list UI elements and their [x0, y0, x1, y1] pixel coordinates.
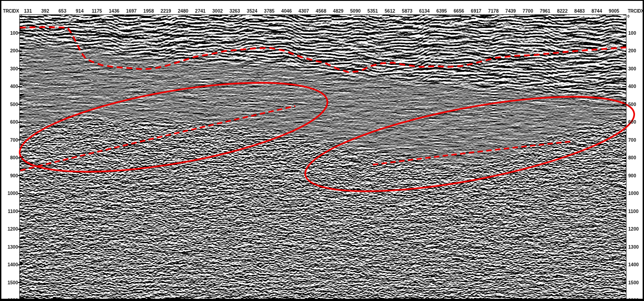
trace-tick-label: 5351: [367, 9, 378, 14]
trace-tick-label: 1958: [143, 9, 154, 14]
time-tick-label-left: 1400: [0, 262, 18, 267]
time-tick-left: [18, 32, 22, 33]
seismic-section-viewer: { "axes": { "top": { "title_left": "TRCI…: [0, 0, 644, 301]
time-tick-label-left: 800: [0, 155, 18, 160]
trace-tick-label: 1436: [109, 9, 119, 14]
trace-tick-label: 392: [41, 9, 50, 14]
time-tick-left: [18, 175, 22, 176]
trace-tick-label: 3524: [247, 9, 257, 14]
trace-tick-label: 1175: [92, 9, 102, 14]
trace-tick-label: 2219: [160, 9, 171, 14]
time-tick-label-right: 1300: [628, 245, 639, 250]
trace-tick-label: 7178: [488, 9, 498, 14]
time-tick-label-left: 300: [0, 66, 18, 71]
trace-tick-label: 131: [24, 9, 32, 14]
time-tick-right: [622, 246, 626, 247]
time-tick-left: [18, 86, 22, 87]
time-tick-left: [18, 139, 22, 140]
time-tick-label-right: 800: [628, 155, 636, 160]
time-tick-label-right: 1500: [628, 280, 639, 285]
time-tick-right: [622, 104, 626, 105]
plot-border: [19, 14, 626, 301]
trace-tick-label: 6134: [419, 9, 429, 14]
time-tick-right: [622, 175, 626, 176]
time-tick-left: [18, 104, 22, 105]
time-tick-right: [622, 157, 626, 158]
time-tick-left: [18, 68, 22, 69]
time-tick-right: [622, 229, 626, 230]
time-tick-left: [18, 282, 22, 283]
trace-tick-label: 7439: [505, 9, 516, 14]
time-tick-left: [18, 193, 22, 194]
time-tick-left: [18, 300, 22, 301]
trace-tick-label: 3002: [212, 9, 223, 14]
time-tick-label-left: 1500: [0, 280, 18, 285]
time-tick-label-right: 1000: [628, 191, 639, 196]
time-tick-left: [18, 122, 22, 123]
time-tick-label-left: 1000: [0, 191, 18, 196]
time-tick-label-left: 200: [0, 48, 18, 53]
time-tick-right: [622, 32, 626, 33]
time-tick-label-left: 600: [0, 120, 18, 125]
trace-tick-label: 2741: [195, 9, 206, 14]
time-tick-label-right: 600: [628, 120, 636, 125]
time-tick-right: [622, 264, 626, 265]
trace-tick-label: 3785: [264, 9, 274, 14]
time-tick-right: [622, 211, 626, 212]
trace-tick-label: 8744: [592, 9, 602, 14]
trace-tick-label: 5612: [385, 9, 395, 14]
time-tick-label-right: 1400: [628, 262, 639, 267]
time-tick-label-left: 400: [0, 84, 18, 89]
time-tick-label-left: 100: [0, 31, 18, 36]
time-tick-left: [18, 51, 22, 51]
trace-tick-label: 6656: [454, 9, 464, 14]
time-tick-right: [622, 282, 626, 283]
time-tick-label-right: 1100: [628, 209, 639, 214]
trace-tick-label: 8222: [557, 9, 567, 14]
time-tick-label-right: 0: [627, 14, 630, 19]
trace-tick-label: 914: [76, 9, 84, 14]
trace-tick-label: 653: [59, 9, 67, 14]
trace-tick-label: 4568: [316, 9, 326, 14]
trace-tick-label: 9005: [609, 9, 619, 14]
time-tick-label-right: 100: [628, 31, 636, 36]
time-tick-label-left: 1100: [0, 209, 18, 214]
time-tick-label-left: 900: [0, 173, 18, 178]
time-tick-right: [622, 300, 626, 301]
time-tick-label-right: 1600: [628, 298, 639, 301]
trace-tick-label: 3263: [229, 9, 240, 14]
time-tick-right: [622, 139, 626, 140]
trace-tick-label: 7700: [523, 9, 533, 14]
time-tick-label-right: 1200: [628, 227, 639, 232]
time-tick-label-right: 900: [628, 173, 636, 178]
trace-tick-label: 6917: [471, 9, 481, 14]
time-tick-label-left: 700: [0, 138, 18, 143]
time-tick-label-left: 1600: [0, 298, 18, 301]
time-tick-label-right: 400: [628, 84, 636, 89]
top-axis-title-left: TRCIDX: [1, 9, 19, 14]
time-tick-left: [18, 211, 22, 212]
time-tick-right: [622, 68, 626, 69]
trace-tick-label: 4046: [281, 9, 292, 14]
time-tick-label-right: 700: [628, 138, 636, 143]
trace-tick-label: 1697: [126, 9, 137, 14]
time-tick-label-right: 500: [628, 102, 636, 107]
time-tick-right: [622, 51, 626, 51]
time-tick-right: [622, 122, 626, 123]
trace-tick-label: 4307: [298, 9, 309, 14]
trace-tick-label: 2480: [178, 9, 188, 14]
time-tick-left: [18, 157, 22, 158]
time-tick-label-left: 1200: [0, 227, 18, 232]
trace-tick-label: 6395: [436, 9, 447, 14]
time-tick-left: [18, 229, 22, 230]
time-tick-label-left: 0: [20, 14, 23, 19]
time-tick-label-right: 300: [628, 66, 636, 71]
time-tick-label-left: 500: [0, 102, 18, 107]
top-axis-title-right: TRCIDX: [628, 9, 644, 14]
time-tick-right: [622, 86, 626, 87]
trace-tick-label: 5873: [402, 9, 412, 14]
time-tick-left: [18, 246, 22, 247]
trace-tick-label: 8483: [574, 9, 585, 14]
time-tick-left: [18, 264, 22, 265]
trace-tick-label: 4829: [333, 9, 343, 14]
